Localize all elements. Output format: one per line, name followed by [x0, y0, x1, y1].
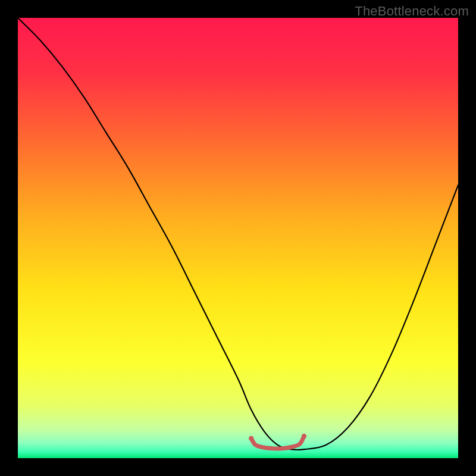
- gradient-background: [18, 18, 458, 458]
- watermark-text: TheBottleneck.com: [355, 4, 469, 19]
- optimal-zone-end-dot: [302, 434, 306, 439]
- plot-area: [18, 18, 458, 458]
- plot-svg: [18, 18, 458, 458]
- optimal-zone-end-dot: [249, 436, 253, 441]
- chart-frame: TheBottleneck.com: [0, 0, 476, 476]
